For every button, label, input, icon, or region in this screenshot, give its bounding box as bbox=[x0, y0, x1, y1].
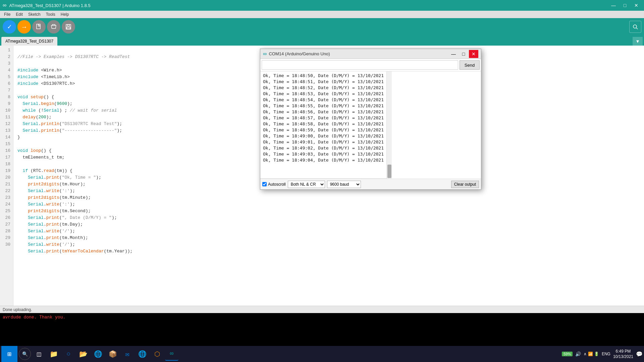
serial-output-line: Ok, Time = 18:49:01, Date (D/M/Y) = 13/1… bbox=[263, 139, 384, 145]
serial-output-line: Ok, Time = 18:48:59, Date (D/M/Y) = 13/1… bbox=[263, 127, 384, 133]
taskbar-mail-button[interactable]: ✉ bbox=[121, 347, 134, 361]
avr-line: avrdude done. Thank you. bbox=[3, 314, 641, 320]
console-area: avrdude done. Thank you. bbox=[0, 313, 644, 347]
autoscroll-text: Autoscroll bbox=[268, 182, 286, 187]
time-display: 6:49 PM bbox=[613, 349, 633, 354]
taskbar-store-icon: 📦 bbox=[109, 350, 117, 358]
status-bar-top: Done uploading. bbox=[0, 306, 644, 313]
serial-send-button[interactable]: Send bbox=[460, 60, 480, 70]
menu-edit[interactable]: Edit bbox=[13, 11, 25, 17]
taskbar-explorer-button[interactable]: 📁 bbox=[47, 347, 60, 361]
serial-minimize-button[interactable]: — bbox=[449, 50, 458, 58]
app-icon: ∞ bbox=[3, 2, 6, 8]
line-ending-select[interactable]: Both NL & CR Newline Carriage return No … bbox=[288, 181, 325, 188]
svg-line-1 bbox=[38, 24, 40, 26]
taskbar-chrome-button[interactable]: 🌐 bbox=[136, 347, 149, 361]
serial-scrollbar[interactable] bbox=[386, 71, 392, 179]
autoscroll-checkbox[interactable] bbox=[262, 182, 267, 186]
line-numbers: 1 2 3 4 5 6 7 8 9 10 11 12 13 14 15 16 1… bbox=[0, 46, 13, 306]
close-button[interactable]: ✕ bbox=[631, 2, 641, 9]
svg-rect-4 bbox=[67, 27, 70, 29]
editor-tab[interactable]: ATmega328_Test_DS1307 bbox=[1, 37, 57, 46]
taskbar-app-button[interactable]: ⬡ bbox=[150, 347, 164, 361]
serial-output-line: Ok, Time = 18:49:04, Date (D/M/Y) = 13/1… bbox=[263, 157, 384, 163]
taskbar-cortana-button[interactable]: ○ bbox=[62, 347, 75, 361]
taskbar-explorer-icon: 📁 bbox=[50, 350, 58, 358]
taskbar-search-button[interactable]: 🔍 bbox=[19, 348, 31, 360]
start-button[interactable]: ⊞ bbox=[1, 346, 17, 362]
serial-output-container: Ok, Time = 18:48:50, Date (D/M/Y) = 13/1… bbox=[260, 71, 481, 179]
taskbar-search-icon: 🔍 bbox=[22, 351, 28, 357]
clock: 6:49 PM 10/13/2021 bbox=[613, 349, 633, 359]
autoscroll-label[interactable]: Autoscroll bbox=[262, 182, 286, 187]
taskbar-arduino-button[interactable]: ∞ bbox=[165, 347, 178, 361]
serial-monitor-icon bbox=[632, 23, 639, 30]
new-icon bbox=[36, 23, 42, 30]
save-button[interactable] bbox=[62, 20, 75, 34]
svg-line-6 bbox=[636, 28, 638, 29]
taskbar-store-button[interactable]: 📦 bbox=[106, 347, 119, 361]
serial-output-line: Ok, Time = 18:48:50, Date (D/M/Y) = 13/1… bbox=[263, 73, 384, 79]
upload-button[interactable]: → bbox=[17, 20, 31, 34]
date-display: 10/13/2021 bbox=[613, 354, 633, 359]
serial-output-line: Ok, Time = 18:48:54, Date (D/M/Y) = 13/1… bbox=[263, 97, 384, 103]
battery-indicator: 59% bbox=[562, 352, 573, 356]
taskbar-right: 59% 🔊 ∧ 📶 🔋 ENG 6:49 PM 10/13/2021 💬 bbox=[562, 349, 643, 359]
serial-monitor-window: ∞ COM14 (Arduino/Genuino Uno) — □ ✕ Send… bbox=[260, 49, 481, 190]
serial-maximize-button[interactable]: □ bbox=[459, 50, 468, 58]
lang-indicator: ENG bbox=[602, 352, 610, 356]
toolbar: ✓ → bbox=[0, 18, 644, 36]
serial-monitor-title-bar: ∞ COM14 (Arduino/Genuino Uno) — □ ✕ bbox=[260, 49, 481, 59]
menu-tools[interactable]: Tools bbox=[43, 11, 58, 17]
main-layout: ∞ ATmega328_Test_DS1307 | Arduino 1.8.5 … bbox=[0, 0, 644, 362]
serial-monitor-button[interactable] bbox=[629, 21, 641, 33]
title-bar-controls: — □ ✕ bbox=[608, 2, 641, 9]
tab-dropdown-button[interactable]: ▼ bbox=[633, 37, 643, 46]
serial-output-line: Ok, Time = 18:48:52, Date (D/M/Y) = 13/1… bbox=[263, 85, 384, 91]
menu-help[interactable]: Help bbox=[58, 11, 72, 17]
tab-bar: ATmega328_Test_DS1307 ▼ bbox=[0, 36, 644, 46]
serial-scroll-thumb[interactable] bbox=[387, 165, 391, 178]
menu-file[interactable]: File bbox=[1, 11, 13, 17]
console-output: avrdude done. Thank you. bbox=[0, 313, 644, 347]
serial-output: Ok, Time = 18:48:50, Date (D/M/Y) = 13/1… bbox=[260, 71, 386, 179]
menu-bar: File Edit Sketch Tools Help bbox=[0, 11, 644, 18]
notification-button[interactable]: 💬 bbox=[636, 351, 643, 357]
minimize-button[interactable]: — bbox=[608, 2, 619, 9]
serial-monitor-title: COM14 (Arduino/Genuino Uno) bbox=[269, 51, 330, 56]
serial-output-line: Ok, Time = 18:48:55, Date (D/M/Y) = 13/1… bbox=[263, 103, 384, 109]
serial-input-row: Send bbox=[260, 59, 481, 71]
serial-output-line: Ok, Time = 18:49:02, Date (D/M/Y) = 13/1… bbox=[263, 145, 384, 151]
taskbar-cortana-icon: ○ bbox=[66, 350, 70, 358]
save-icon bbox=[65, 23, 72, 30]
open-button[interactable] bbox=[47, 20, 60, 34]
baud-rate-select[interactable]: 9600 baud 115200 baud 57600 baud bbox=[327, 181, 361, 188]
taskbar-browser-button[interactable]: 🌐 bbox=[91, 347, 105, 361]
taskbar-icons-area: 🔊 bbox=[575, 351, 581, 357]
window-title: ATmega328_Test_DS1307 | Arduino 1.8.5 bbox=[9, 3, 90, 8]
serial-output-line: Ok, Time = 18:49:03, Date (D/M/Y) = 13/1… bbox=[263, 151, 384, 157]
start-icon: ⊞ bbox=[7, 350, 11, 358]
taskbar-app-icon: ⬡ bbox=[154, 350, 160, 358]
taskbar-view-button[interactable]: ◫ bbox=[32, 347, 46, 361]
serial-monitor-controls: — □ ✕ bbox=[449, 50, 478, 58]
verify-button[interactable]: ✓ bbox=[3, 20, 16, 34]
title-bar: ∞ ATmega328_Test_DS1307 | Arduino 1.8.5 … bbox=[0, 0, 644, 11]
menu-sketch[interactable]: Sketch bbox=[25, 11, 43, 17]
serial-input-field[interactable] bbox=[262, 60, 458, 70]
title-bar-left: ∞ ATmega328_Test_DS1307 | Arduino 1.8.5 bbox=[3, 2, 91, 8]
taskbar: ⊞ 🔍 ◫ 📁 ○ 📂 🌐 📦 ✉ 🌐 ⬡ bbox=[0, 346, 644, 362]
serial-close-button[interactable]: ✕ bbox=[469, 50, 478, 58]
taskbar-files-button[interactable]: 📂 bbox=[76, 347, 90, 361]
svg-point-5 bbox=[633, 25, 637, 28]
taskbar-mail-icon: ✉ bbox=[125, 350, 129, 358]
serial-monitor-icon: ∞ bbox=[263, 51, 267, 57]
serial-output-line: Ok, Time = 18:49:00, Date (D/M/Y) = 13/1… bbox=[263, 133, 384, 139]
maximize-button[interactable]: □ bbox=[620, 2, 630, 9]
done-uploading-label: Done uploading. bbox=[3, 307, 32, 312]
new-button[interactable] bbox=[32, 20, 46, 34]
clear-output-button[interactable]: Clear output bbox=[451, 181, 479, 188]
serial-output-line: Ok, Time = 18:48:58, Date (D/M/Y) = 13/1… bbox=[263, 121, 384, 127]
taskbar-view-icon: ◫ bbox=[37, 350, 41, 358]
taskbar-files-icon: 📂 bbox=[79, 350, 88, 358]
